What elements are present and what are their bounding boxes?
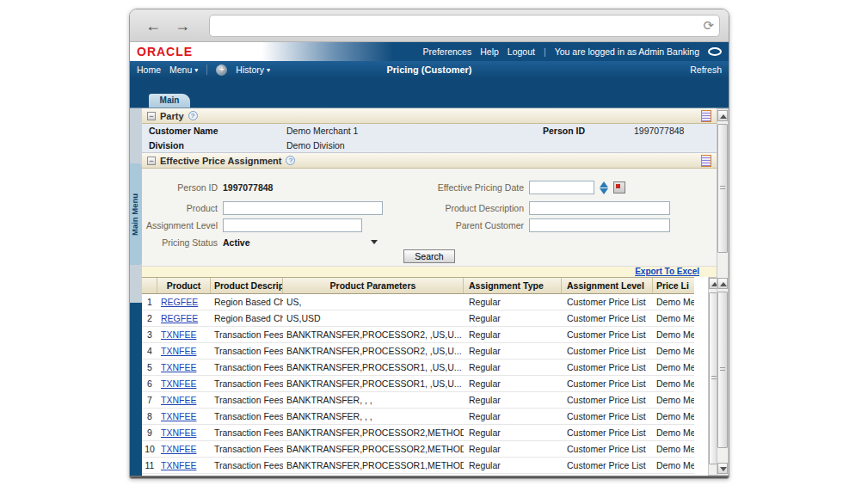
scrollbar-thumb[interactable] [717, 292, 728, 448]
menu-dropdown[interactable]: Menu ▾ [169, 65, 198, 75]
table-cell-parameters: BANKTRANSFER,PROCESSOR2,METHOD... [283, 425, 464, 440]
product-link[interactable]: TXNFEE [161, 460, 196, 470]
table-row: 4TXNFEETransaction FeesBANKTRANSFER,PROC… [142, 343, 694, 360]
table-cell-parameters: US,USD [283, 310, 464, 326]
history-dropdown[interactable]: History ▾ [236, 65, 270, 75]
assignment-level-label: Assignment Level [129, 218, 218, 233]
tab-strip: Main [130, 78, 729, 108]
address-input[interactable] [215, 21, 703, 31]
table-cell-parameters: BANKTRANSFER,PROCESSOR2,METHOD... [283, 441, 464, 457]
table-cell-price_list: Demo Me [653, 409, 694, 424]
table-cell-description: Transaction Fees [211, 376, 283, 391]
home-link[interactable]: Home [137, 65, 161, 75]
product-description-input[interactable] [529, 201, 670, 215]
table-row: 11TXNFEETransaction FeesBANKTRANSFER,PRO… [142, 458, 694, 474]
logout-link[interactable]: Logout [508, 46, 535, 57]
table-cell-price_list: Demo Me [653, 310, 694, 326]
search-button[interactable]: Search [403, 249, 454, 263]
product-link[interactable]: TXNFEE [161, 411, 196, 421]
table-row: 7TXNFEETransaction FeesBANKTRANSFER, , ,… [142, 392, 694, 409]
col-header-num [142, 278, 157, 293]
table-cell-level: Customer Price List [562, 294, 653, 310]
tab-main[interactable]: Main [149, 94, 190, 108]
table-cell-type: Regular [464, 343, 562, 359]
forward-button[interactable]: → [175, 18, 190, 34]
col-header-product-description[interactable]: Product Description [211, 278, 283, 293]
export-to-excel-link[interactable]: Export To Excel [635, 267, 699, 277]
table-cell-type: Regular [464, 441, 562, 457]
product-input[interactable] [223, 201, 383, 215]
table-cell-level: Customer Price List [562, 327, 653, 342]
table-cell-num: 7 [142, 392, 157, 408]
col-header-assignment-type[interactable]: Assignment Type [464, 278, 562, 293]
main-content: − Party ? Customer Name Demo Merchant 1 … [142, 108, 717, 476]
table-cell-level: Customer Price List [562, 376, 653, 391]
table-cell-product: TXNFEE [157, 425, 211, 440]
product-link[interactable]: TXNFEE [161, 362, 196, 372]
address-bar[interactable]: ⟳ [209, 15, 720, 37]
date-spinner-icon[interactable] [600, 181, 608, 194]
reload-icon[interactable]: ⟳ [703, 19, 714, 32]
personalize-page-icon[interactable] [701, 110, 711, 122]
table-cell-num: 3 [142, 327, 157, 342]
content-panel: Main Menu − Party ? Customer Name Demo M… [130, 108, 729, 476]
table-cell-type: Regular [464, 376, 562, 391]
product-link[interactable]: REGFEE [161, 313, 198, 323]
product-link[interactable]: REGFEE [161, 297, 198, 307]
table-cell-type: Regular [464, 392, 562, 408]
product-link[interactable]: TXNFEE [161, 427, 196, 438]
product-link[interactable]: TXNFEE [161, 395, 196, 405]
scroll-down-icon[interactable] [717, 463, 728, 474]
table-cell-price_list: Demo Me [653, 458, 694, 473]
export-strip: Export To Excel [142, 267, 717, 277]
product-link[interactable]: TXNFEE [161, 329, 196, 340]
page-scrollbar[interactable] [717, 108, 729, 476]
logged-in-text: You are logged in as Admin Banking [555, 46, 699, 57]
help-icon[interactable]: ? [286, 156, 295, 165]
table-cell-type: Regular [464, 360, 562, 375]
preferences-link[interactable]: Preferences [423, 46, 472, 57]
chevron-down-icon: ▾ [194, 66, 198, 74]
scroll-up-icon[interactable] [717, 278, 728, 289]
customer-name-value: Demo Merchant 1 [286, 124, 358, 138]
header-links: Preferences Help Logout | You are logged… [423, 46, 722, 57]
help-icon[interactable]: ? [188, 111, 198, 120]
chevron-down-icon: ▾ [267, 66, 270, 74]
scroll-up-icon[interactable] [717, 110, 728, 121]
table-cell-product: TXNFEE [157, 441, 211, 457]
effective-pricing-date-input[interactable] [529, 181, 594, 194]
dropdown-arrow-icon [371, 240, 378, 244]
parent-customer-label: Parent Customer [403, 218, 524, 233]
effective-pricing-date-label: Effective Pricing Date [403, 181, 524, 195]
parent-customer-input[interactable] [529, 218, 670, 232]
fastpath-icon[interactable]: + [216, 65, 227, 76]
col-header-assignment-level[interactable]: Assignment Level [562, 278, 653, 293]
collapse-icon[interactable]: − [147, 157, 156, 165]
table-row: 6TXNFEETransaction FeesBANKTRANSFER,PROC… [142, 376, 694, 392]
pricing-status-value: Active [223, 237, 250, 248]
table-cell-parameters: BANKTRANSFER,PROCESSOR2, ,US,U... [283, 343, 464, 359]
table-cell-product: REGFEE [157, 310, 211, 326]
collapse-icon[interactable]: − [147, 112, 156, 120]
table-cell-product: TXNFEE [157, 409, 211, 424]
pricing-status-select[interactable]: Active [223, 236, 383, 250]
help-link[interactable]: Help [480, 46, 499, 57]
back-button[interactable]: ← [145, 18, 161, 34]
party-title: Party [160, 111, 184, 121]
product-link[interactable]: TXNFEE [161, 346, 196, 356]
assignment-level-input[interactable] [223, 218, 362, 232]
table-cell-num: 11 [142, 458, 157, 473]
division-value: Demo Division [286, 138, 345, 153]
refresh-link[interactable]: Refresh [690, 65, 722, 75]
browser-window: ← → ⟳ ORACLE Preferences Help Logout | Y… [129, 9, 729, 479]
personalize-page-icon[interactable] [701, 155, 711, 167]
col-header-price-list[interactable]: Price Li [653, 278, 694, 293]
product-link[interactable]: TXNFEE [161, 444, 196, 454]
col-header-product[interactable]: Product [157, 278, 211, 293]
product-link[interactable]: TXNFEE [161, 378, 196, 389]
calendar-icon[interactable] [613, 181, 625, 194]
scrollbar-thumb[interactable] [717, 124, 728, 253]
table-row: 9TXNFEETransaction FeesBANKTRANSFER,PROC… [142, 425, 694, 441]
pricing-status-label: Pricing Status [129, 236, 218, 250]
col-header-product-parameters[interactable]: Product Parameters [283, 278, 464, 293]
